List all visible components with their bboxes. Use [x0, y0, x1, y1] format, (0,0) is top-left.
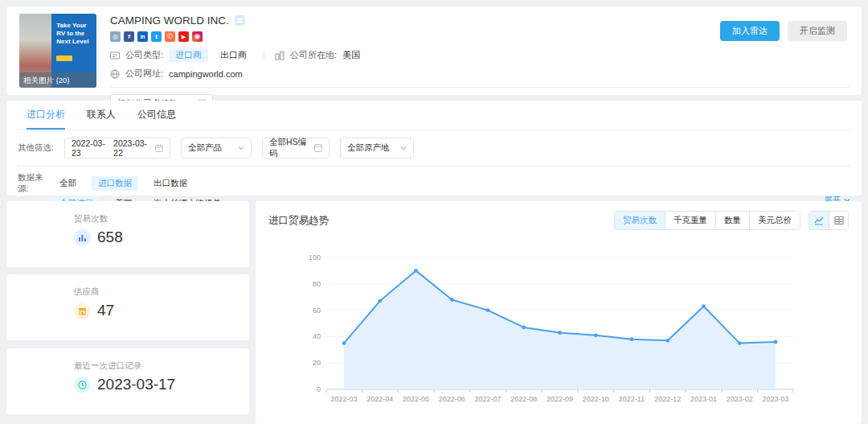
x-axis-label: 2022-06 [439, 395, 465, 403]
import-trend-panel: 进口贸易趋势 贸易次数 千克重量 数量 美元总价 020406080100202… [256, 201, 862, 424]
stat-label: 供应商 [74, 286, 249, 298]
chart-point[interactable] [378, 299, 382, 303]
exporter-tag[interactable]: 出口商 [214, 48, 253, 62]
dotted-divider [18, 166, 850, 167]
youtube-icon[interactable]: ▶ [178, 31, 189, 42]
image-banner-button [56, 56, 72, 61]
chart-point[interactable] [414, 269, 418, 273]
chevron-down-icon [238, 145, 244, 151]
x-axis-label: 2022-10 [583, 395, 609, 403]
hs-code-select-value: 全部HS编码 [269, 137, 314, 159]
datasource-export-data[interactable]: 出口数据 [147, 176, 194, 191]
x-axis-label: 2023-02 [727, 395, 753, 403]
stat-value: 47 [97, 302, 114, 319]
join-radar-button[interactable]: 加入雷达 [720, 21, 780, 41]
metric-kg-weight-button[interactable]: 千克重量 [665, 212, 715, 229]
line-chart-view-button[interactable] [809, 212, 829, 229]
building-icon [275, 51, 285, 60]
window-icon [314, 144, 322, 152]
chart-point[interactable] [774, 340, 778, 344]
stat-card-last-import: 最近一次进口记录 2023-03-17 [6, 348, 249, 414]
date-start: 2022-03-23 [72, 138, 113, 158]
y-axis-label: 80 [313, 280, 321, 288]
metric-usd-total-button[interactable]: 美元总价 [749, 212, 800, 229]
trend-chart[interactable]: 0204060801002022-032022-042022-052022-06… [268, 241, 849, 408]
stat-value: 2023-03-17 [97, 376, 175, 393]
view-toggle-group [809, 211, 849, 230]
x-axis-label: 2022-05 [403, 395, 429, 403]
website-icon[interactable]: ◎ [110, 31, 121, 42]
metric-button-group: 贸易次数 千克重量 数量 美元总价 [614, 211, 800, 230]
dotted-divider [110, 87, 849, 88]
chart-point[interactable] [702, 304, 706, 308]
metric-trade-count-button[interactable]: 贸易次数 [615, 212, 665, 229]
importer-tag[interactable]: 进口商 [169, 48, 208, 62]
chart-area [344, 270, 776, 389]
stat-card-suppliers: 供应商 47 [6, 274, 249, 340]
x-axis-label: 2022-04 [366, 395, 393, 403]
datasource-all[interactable]: 全部 [53, 176, 83, 191]
tab-import-analysis[interactable]: 进口分析 [27, 101, 65, 130]
date-range-picker[interactable]: 2022-03-23 2023-03-22 [64, 138, 170, 158]
related-images-caption[interactable]: 相关图片 (20) [19, 72, 96, 88]
chart-point[interactable] [450, 298, 454, 302]
company-header-card: Take Your RV to the Next Level 相关图片 (20)… [6, 6, 862, 95]
chart-point[interactable] [558, 331, 562, 335]
hs-code-select[interactable]: 全部HS编码 [262, 138, 330, 158]
y-axis-label: 40 [313, 332, 321, 340]
twitter-icon[interactable]: t [151, 31, 162, 42]
line-chart-icon [814, 216, 824, 225]
tab-contacts[interactable]: 联系人 [87, 101, 116, 130]
instagram-icon[interactable]: ◉ [192, 31, 203, 42]
location-value: 美国 [342, 49, 360, 61]
linkedin-icon[interactable]: in [137, 31, 148, 42]
facebook-icon[interactable]: f [124, 31, 134, 42]
website-label: 公司网址: [125, 68, 163, 80]
analysis-panel: 进口分析 联系人 公司信息 其他筛选: 2022-03-23 2023-03-2… [6, 101, 862, 196]
table-icon [834, 216, 844, 225]
chart-point[interactable] [594, 333, 598, 337]
company-image[interactable]: Take Your RV to the Next Level 相关图片 (20) [19, 14, 96, 88]
origin-select[interactable]: 全部原产地 [340, 138, 414, 158]
product-select[interactable]: 全部产品 [181, 138, 252, 158]
start-monitoring-button[interactable]: 开启监测 [788, 21, 847, 41]
globe-icon [110, 69, 120, 79]
chart-point[interactable] [342, 341, 346, 345]
metric-quantity-button[interactable]: 数量 [715, 212, 749, 229]
stat-label: 最近一次进口记录 [74, 360, 249, 372]
chart-point[interactable] [486, 308, 490, 312]
chart-title: 进口贸易趋势 [268, 214, 329, 228]
x-axis-label: 2022-11 [619, 395, 645, 403]
x-axis-label: 2023-03 [762, 395, 788, 403]
stat-label: 贸易次数 [74, 213, 249, 224]
x-axis-label: 2022-08 [510, 395, 537, 403]
y-axis-label: 0 [317, 385, 321, 393]
chart-point[interactable] [738, 341, 742, 345]
website-value[interactable]: campingworld.com [169, 69, 243, 79]
y-axis-label: 20 [313, 359, 321, 367]
divider [264, 51, 264, 60]
chart-point[interactable] [522, 326, 526, 330]
tab-company-info[interactable]: 公司信息 [137, 101, 176, 130]
chart-point[interactable] [630, 337, 634, 341]
company-name: CAMPING WORLD INC. [110, 14, 229, 27]
phone-icon[interactable]: ✆ [165, 31, 175, 42]
company-type-label: 公司类型: [125, 49, 163, 61]
datasource-label: 数据来源: [18, 172, 53, 195]
location-label: 公司所在地: [290, 49, 337, 61]
x-axis-label: 2022-03 [330, 395, 357, 403]
stat-value: 658 [97, 228, 123, 246]
x-axis-label: 2022-07 [474, 395, 501, 403]
image-banner-title: Take Your RV to the Next Level [56, 22, 92, 46]
x-axis-label: 2022-12 [654, 395, 681, 403]
chevron-down-icon [400, 145, 407, 151]
table-view-button[interactable] [829, 212, 848, 229]
clock-icon [74, 377, 91, 393]
x-axis-label: 2022-09 [547, 395, 573, 403]
datasource-import-data[interactable]: 进口数据 [92, 176, 138, 191]
chart-point[interactable] [665, 339, 669, 343]
tab-bar: 进口分析 联系人 公司信息 [18, 101, 850, 130]
copy-icon[interactable] [235, 15, 245, 26]
id-card-icon [110, 51, 120, 60]
stat-card-trade-count: 贸易次数 658 [6, 201, 249, 267]
